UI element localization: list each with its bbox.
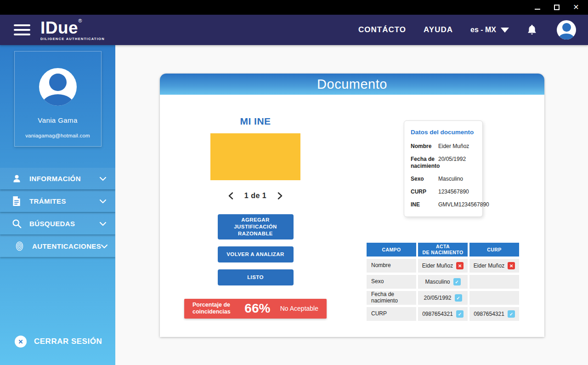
details-title: Datos del documento xyxy=(411,129,476,136)
match-status: No Aceptable xyxy=(280,305,318,312)
person-icon xyxy=(11,174,22,183)
match-check-icon: ✓ xyxy=(456,310,464,318)
table-cell-curp-fecha-empty xyxy=(469,291,519,305)
language-selector[interactable]: es - MX xyxy=(470,26,509,34)
chevron-down-icon xyxy=(501,28,509,33)
close-button[interactable]: ✕ xyxy=(572,4,580,11)
match-check-icon: ✓ xyxy=(453,278,461,285)
reanalyze-button[interactable]: VOLVER A ANALIZAR xyxy=(218,246,294,262)
prev-page-icon[interactable] xyxy=(228,192,233,200)
table-row-field: Sexo xyxy=(367,275,416,289)
logo-subtitle: DILIGENCE AUTHENTICATION xyxy=(40,37,105,41)
notifications-bell-icon[interactable] xyxy=(526,24,537,36)
minimize-button[interactable] xyxy=(534,4,541,11)
top-navbar: IDue® DILIGENCE AUTHENTICATION CONTÁCTO … xyxy=(0,15,588,45)
user-card: Vania Gama vaniagamag@hotmail.com xyxy=(14,51,102,147)
document-icon xyxy=(11,196,22,206)
sidebar-item-informacion[interactable]: INFORMACIÓN xyxy=(0,168,115,189)
app-logo: IDue® DILIGENCE AUTHENTICATION xyxy=(40,19,105,41)
sidebar-item-label: BÚSQUEDAS xyxy=(29,220,75,228)
table-row-field: Nombre xyxy=(367,259,416,273)
main-content: Documento MI INE 1 de 1 xyxy=(115,45,588,365)
table-cell-acta-nombre: Eider Muñoz ✕ xyxy=(418,259,468,273)
user-avatar[interactable] xyxy=(557,20,576,40)
user-name: Vania Gama xyxy=(15,116,101,124)
page-title: Documento xyxy=(317,77,387,92)
sidebar-item-tramites[interactable]: TRÁMITES xyxy=(0,190,115,212)
logo-title: IDue xyxy=(40,18,78,37)
nav-link-contacto[interactable]: CONTÁCTO xyxy=(358,25,406,34)
document-card-header: Documento xyxy=(160,74,544,95)
column-header-campo: CAMPO xyxy=(367,243,416,257)
logout-button[interactable]: ✕ CERRAR SESIÓN xyxy=(15,336,102,348)
minimize-icon xyxy=(535,6,540,10)
sidebar-item-label: AUTENTICACIONES xyxy=(32,242,101,250)
sidebar-item-label: TRÁMITES xyxy=(29,197,66,205)
match-check-icon: ✓ xyxy=(508,310,515,318)
next-page-icon[interactable] xyxy=(277,192,283,200)
table-row-field: CURP xyxy=(367,307,416,321)
table-cell-curp-curp: 0987654321 ✓ xyxy=(469,307,519,321)
mismatch-x-icon: ✕ xyxy=(508,262,515,269)
document-card: Documento MI INE 1 de 1 xyxy=(160,74,544,337)
hamburger-menu-icon[interactable] xyxy=(14,24,30,35)
detail-row-curp: CURP 1234567890 xyxy=(411,188,476,195)
match-check-icon: ✓ xyxy=(455,294,462,302)
column-header-curp: CURP xyxy=(469,243,519,257)
document-image-placeholder[interactable] xyxy=(210,133,300,180)
page-indicator: 1 de 1 xyxy=(244,192,266,200)
user-avatar-icon xyxy=(39,68,77,106)
chevron-down-icon xyxy=(100,220,106,228)
comparison-table: CAMPO ACTADE NACIMIENTO CURP Nombre Eide… xyxy=(367,243,519,321)
window-titlebar: ✕ xyxy=(0,0,588,15)
language-label: es - MX xyxy=(470,26,496,34)
close-icon: ✕ xyxy=(573,4,579,11)
table-cell-acta-sexo: Masculino ✓ xyxy=(418,275,468,289)
sidebar-menu: INFORMACIÓN TRÁMITES BÚSQUEDAS xyxy=(0,168,115,257)
add-justification-button[interactable]: AGREGAR JUSTIFICACIÓN RAZONABLE xyxy=(218,214,294,240)
detail-row-nombre: Nombre Eider Muñoz xyxy=(411,143,476,150)
nav-link-ayuda[interactable]: AYUDA xyxy=(424,25,453,34)
table-cell-acta-curp: 0987654321 ✓ xyxy=(418,307,468,321)
detail-row-sexo: Sexo Masculino xyxy=(411,176,476,182)
match-label: Porcentaje de coincidencias xyxy=(192,302,235,316)
document-pager: 1 de 1 xyxy=(228,192,283,200)
logout-label: CERRAR SESIÓN xyxy=(34,337,102,346)
user-email: vaniagamag@hotmail.com xyxy=(15,133,101,138)
table-row-field: Fecha de nacimiento xyxy=(367,291,416,305)
detail-row-fecha: Fecha de nacimiento 20/05/1992 xyxy=(411,156,476,170)
mismatch-x-icon: ✕ xyxy=(456,262,464,269)
table-cell-acta-fecha: 20/05/1992 ✓ xyxy=(418,291,468,305)
chevron-down-icon xyxy=(101,242,107,251)
sidebar-item-busquedas[interactable]: BÚSQUEDAS xyxy=(0,213,115,234)
done-button[interactable]: LISTO xyxy=(218,269,294,285)
maximize-icon xyxy=(554,5,560,10)
chevron-down-icon xyxy=(100,175,106,183)
match-percentage-banner: Porcentaje de coincidencias 66% No Acept… xyxy=(184,299,327,319)
document-details-panel: Datos del documento Nombre Eider Muñoz F… xyxy=(404,120,483,217)
detail-row-ine: INE GMVLM1234567890 xyxy=(411,201,476,208)
search-icon xyxy=(11,219,22,228)
sidebar-item-autenticaciones[interactable]: AUTENTICACIONES xyxy=(0,235,115,257)
table-cell-curp-sexo-empty xyxy=(469,275,519,289)
sidebar-item-label: INFORMACIÓN xyxy=(29,175,81,182)
document-name: MI INE xyxy=(240,116,271,127)
table-cell-curp-nombre: Eider Muñoz ✕ xyxy=(469,259,519,273)
maximize-button[interactable] xyxy=(553,4,560,11)
close-circle-icon: ✕ xyxy=(15,336,27,348)
column-header-acta: ACTADE NACIMIENTO xyxy=(418,243,468,257)
chevron-down-icon xyxy=(100,197,106,205)
fingerprint-icon xyxy=(14,241,25,251)
registered-mark: ® xyxy=(78,18,82,23)
match-value: 66% xyxy=(244,301,270,316)
sidebar: Vania Gama vaniagamag@hotmail.com INFORM… xyxy=(0,45,115,365)
